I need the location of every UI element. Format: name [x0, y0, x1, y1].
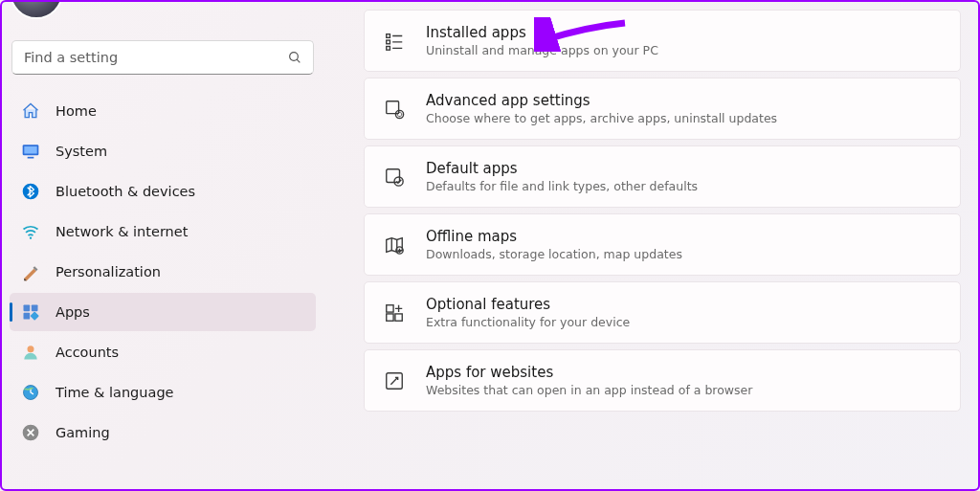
- svg-rect-15: [387, 33, 390, 37]
- svg-rect-7: [24, 305, 31, 312]
- svg-point-0: [290, 53, 299, 61]
- network-icon: [21, 222, 40, 241]
- personalization-icon: [21, 262, 40, 281]
- nav-label: Network & internet: [56, 224, 188, 239]
- svg-rect-10: [30, 311, 38, 320]
- card-list: Installed apps Uninstall and manage apps…: [364, 10, 961, 412]
- nav-label: Apps: [56, 304, 90, 320]
- nav-accounts[interactable]: Accounts: [10, 333, 316, 371]
- nav-label: Accounts: [56, 345, 119, 360]
- user-avatar[interactable]: [10, 0, 63, 19]
- offline-maps-icon: [384, 234, 405, 256]
- default-apps-icon: [384, 167, 405, 188]
- card-title: Offline maps: [426, 228, 682, 245]
- advanced-settings-icon: [384, 99, 405, 120]
- card-optional-features[interactable]: Optional features Extra functionality fo…: [364, 281, 961, 344]
- main-content: Installed apps Uninstall and manage apps…: [323, 2, 978, 489]
- card-offline-maps[interactable]: Offline maps Downloads, storage location…: [364, 213, 961, 276]
- apps-icon: [21, 302, 40, 322]
- time-icon: [21, 383, 40, 402]
- card-title: Advanced app settings: [426, 92, 777, 109]
- card-advanced-app-settings[interactable]: Advanced app settings Choose where to ge…: [364, 78, 961, 140]
- nav-home[interactable]: Home: [10, 92, 316, 130]
- search-icon: [287, 50, 302, 65]
- gaming-icon: [21, 423, 40, 442]
- nav-system[interactable]: System: [10, 132, 316, 170]
- nav-label: Bluetooth & devices: [56, 184, 195, 199]
- svg-rect-17: [387, 46, 390, 50]
- card-subtitle: Extra functionality for your device: [426, 315, 630, 329]
- svg-rect-26: [387, 304, 393, 311]
- nav-network[interactable]: Network & internet: [10, 212, 316, 251]
- nav-list: Home System Bluetooth & devices Network …: [10, 92, 316, 452]
- card-title: Optional features: [426, 296, 630, 313]
- nav-label: Time & language: [56, 385, 174, 400]
- nav-label: Home: [56, 103, 97, 119]
- card-subtitle: Defaults for file and link types, other …: [426, 179, 698, 193]
- svg-rect-28: [395, 313, 402, 320]
- svg-rect-9: [24, 313, 31, 320]
- sidebar: Home System Bluetooth & devices Network …: [2, 2, 323, 489]
- card-subtitle: Downloads, storage location, map updates: [426, 247, 682, 261]
- nav-time[interactable]: Time & language: [10, 373, 316, 412]
- nav-label: Gaming: [56, 425, 110, 440]
- optional-features-icon: [384, 302, 405, 324]
- nav-personalization[interactable]: Personalization: [10, 253, 316, 291]
- search-container: [11, 40, 314, 75]
- svg-rect-27: [387, 313, 393, 320]
- card-title: Apps for websites: [426, 364, 752, 381]
- system-icon: [21, 142, 40, 161]
- svg-point-22: [395, 110, 403, 118]
- svg-rect-16: [387, 40, 390, 44]
- apps-for-websites-icon: [384, 370, 405, 391]
- card-subtitle: Websites that can open in an app instead…: [426, 383, 752, 397]
- svg-rect-23: [387, 168, 400, 182]
- card-subtitle: Choose where to get apps, archive apps, …: [426, 111, 777, 125]
- svg-line-1: [297, 59, 300, 62]
- svg-rect-4: [28, 157, 34, 159]
- svg-rect-3: [24, 146, 36, 154]
- svg-rect-8: [32, 305, 38, 312]
- accounts-icon: [21, 343, 40, 362]
- card-title: Default apps: [426, 160, 698, 177]
- home-icon: [21, 101, 40, 121]
- nav-label: System: [56, 144, 107, 159]
- nav-label: Personalization: [56, 264, 161, 279]
- installed-apps-icon: [384, 31, 405, 52]
- card-default-apps[interactable]: Default apps Defaults for file and link …: [364, 145, 961, 208]
- card-title: Installed apps: [426, 24, 658, 41]
- bluetooth-icon: [21, 182, 40, 201]
- card-installed-apps[interactable]: Installed apps Uninstall and manage apps…: [364, 10, 961, 72]
- card-apps-for-websites[interactable]: Apps for websites Websites that can open…: [364, 349, 961, 412]
- search-input[interactable]: [11, 40, 314, 75]
- card-subtitle: Uninstall and manage apps on your PC: [426, 43, 658, 57]
- svg-point-11: [28, 346, 34, 352]
- nav-gaming[interactable]: Gaming: [10, 413, 316, 452]
- nav-apps[interactable]: Apps: [10, 293, 316, 331]
- svg-point-6: [30, 237, 32, 239]
- nav-bluetooth[interactable]: Bluetooth & devices: [10, 172, 316, 211]
